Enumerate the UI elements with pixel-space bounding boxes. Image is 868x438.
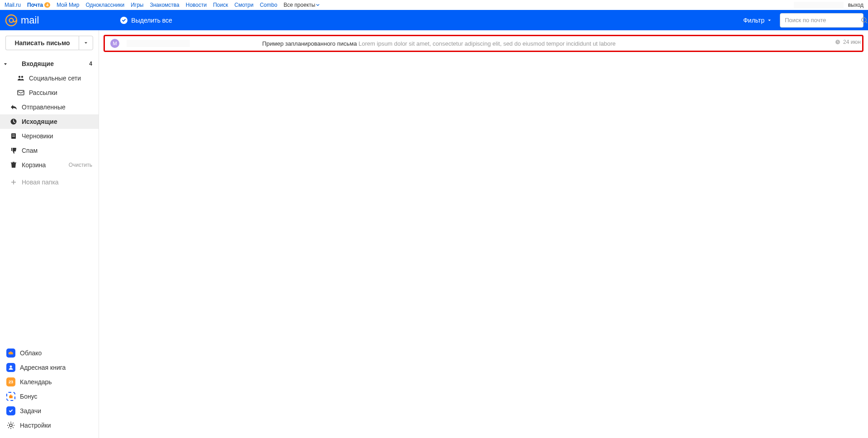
topnav-link-games[interactable]: Игры bbox=[131, 2, 143, 8]
link-bonus[interactable]: Бонус bbox=[0, 389, 99, 404]
chevron-down-icon bbox=[767, 18, 772, 23]
topnav-link-ok[interactable]: Одноклассники bbox=[85, 2, 124, 8]
search-input[interactable] bbox=[785, 17, 861, 24]
svg-point-4 bbox=[19, 76, 20, 78]
svg-rect-11 bbox=[11, 163, 16, 164]
topnav-links: Mail.ru Почта 4 Мой Мир Одноклассники Иг… bbox=[5, 2, 320, 8]
folder-sent[interactable]: Отправленные bbox=[0, 100, 99, 114]
logo-text: mail bbox=[21, 14, 39, 26]
topnav-user: выход bbox=[794, 2, 863, 8]
mail-row-highlighted[interactable]: М Пример запланированного письма Lorem i… bbox=[104, 35, 863, 52]
link-cloud[interactable]: Облако bbox=[0, 346, 99, 360]
svg-rect-15 bbox=[10, 395, 11, 398]
draft-icon bbox=[10, 132, 17, 140]
cloud-icon bbox=[6, 349, 15, 358]
mail-subject: Пример запланированного письма bbox=[262, 40, 357, 47]
filter-button[interactable]: Фильтр bbox=[743, 17, 772, 24]
trash-icon bbox=[10, 161, 17, 169]
mail-header: mail Выделить все Фильтр bbox=[0, 10, 868, 30]
svg-line-3 bbox=[866, 22, 867, 23]
logout-link[interactable]: выход bbox=[848, 2, 863, 8]
mail-date: 24 июн bbox=[835, 39, 861, 45]
sender-avatar: М bbox=[110, 39, 119, 48]
svg-point-16 bbox=[9, 424, 12, 427]
folder-list: Входящие 4 Социальные сети Рассылки Отп bbox=[0, 57, 99, 342]
topnav-link-mailru[interactable]: Mail.ru bbox=[5, 2, 21, 8]
sidebar-bottom-links: Облако Адресная книга 23 Календарь Бонус bbox=[0, 342, 99, 438]
svg-rect-8 bbox=[11, 133, 16, 139]
link-settings[interactable]: Настройки bbox=[0, 418, 99, 433]
svg-point-2 bbox=[862, 18, 866, 22]
mail-text: Пример запланированного письма Lorem ips… bbox=[262, 40, 857, 47]
svg-point-7 bbox=[11, 119, 17, 125]
compose-dropdown-button[interactable] bbox=[79, 36, 93, 50]
link-contacts[interactable]: Адресная книга bbox=[0, 360, 99, 375]
contact-icon bbox=[6, 363, 15, 372]
svg-rect-12 bbox=[13, 162, 14, 163]
svg-point-5 bbox=[21, 76, 23, 78]
select-all-button[interactable]: Выделить все bbox=[120, 17, 172, 24]
clock-icon bbox=[835, 39, 840, 45]
clock-icon bbox=[10, 118, 17, 125]
tasks-icon bbox=[6, 406, 15, 415]
global-topnav: Mail.ru Почта 4 Мой Мир Одноклассники Иг… bbox=[0, 0, 868, 10]
compose-button[interactable]: Написать письмо bbox=[5, 36, 79, 50]
chevron-down-icon bbox=[316, 3, 320, 7]
topnav-link-dating[interactable]: Знакомства bbox=[150, 2, 179, 8]
thumbs-down-icon bbox=[10, 147, 17, 154]
folder-newsletters[interactable]: Рассылки bbox=[0, 85, 99, 100]
folder-outbox[interactable]: Исходящие bbox=[0, 114, 99, 129]
link-calendar[interactable]: 23 Календарь bbox=[0, 375, 99, 389]
svg-rect-14 bbox=[9, 396, 13, 398]
folder-drafts[interactable]: Черновики bbox=[0, 129, 99, 143]
topnav-link-watch[interactable]: Смотри bbox=[234, 2, 253, 8]
people-icon bbox=[17, 75, 24, 82]
unread-badge: 4 bbox=[44, 2, 50, 8]
caret-down-icon bbox=[4, 60, 7, 67]
svg-point-1 bbox=[9, 18, 14, 22]
svg-rect-9 bbox=[12, 135, 15, 135]
plus-icon bbox=[10, 179, 17, 185]
svg-rect-10 bbox=[12, 136, 15, 137]
topnav-link-moimir[interactable]: Мой Мир bbox=[57, 2, 79, 8]
reply-icon bbox=[10, 104, 17, 111]
folder-spam[interactable]: Спам bbox=[0, 143, 99, 158]
newsletter-icon bbox=[17, 89, 24, 96]
topnav-link-news[interactable]: Новости bbox=[186, 2, 207, 8]
check-circle-icon bbox=[120, 17, 127, 24]
folder-trash[interactable]: Корзина Очистить bbox=[0, 158, 99, 172]
empty-trash-link[interactable]: Очистить bbox=[69, 162, 92, 168]
sender-name-redacted bbox=[127, 40, 190, 47]
topnav-link-projects[interactable]: Все проекты bbox=[283, 2, 320, 8]
svg-point-17 bbox=[835, 40, 840, 44]
svg-rect-6 bbox=[18, 90, 24, 95]
bonus-icon bbox=[6, 392, 15, 401]
main-layout: Написать письмо Входящие 4 Социальные се… bbox=[0, 30, 868, 438]
gear-icon bbox=[6, 421, 15, 430]
mail-preview: Lorem ipsum dolor sit amet, consectetur … bbox=[359, 40, 616, 47]
topnav-link-search[interactable]: Поиск bbox=[213, 2, 228, 8]
topnav-link-pochta[interactable]: Почта 4 bbox=[27, 2, 50, 8]
svg-point-13 bbox=[10, 366, 12, 368]
topnav-link-combo[interactable]: Combo bbox=[260, 2, 278, 8]
mail-logo[interactable]: mail bbox=[5, 14, 39, 27]
new-folder-button[interactable]: Новая папка bbox=[0, 172, 99, 189]
user-email-redacted[interactable] bbox=[794, 2, 844, 8]
inbox-count: 4 bbox=[89, 61, 92, 67]
folder-inbox[interactable]: Входящие 4 bbox=[0, 57, 99, 71]
sidebar: Написать письмо Входящие 4 Социальные се… bbox=[0, 30, 99, 438]
folder-social[interactable]: Социальные сети bbox=[0, 71, 99, 85]
search-icon bbox=[861, 17, 868, 24]
at-logo-icon bbox=[5, 14, 18, 27]
link-tasks[interactable]: Задачи bbox=[0, 404, 99, 418]
chevron-down-icon bbox=[84, 41, 88, 45]
svg-point-0 bbox=[6, 15, 17, 26]
calendar-icon: 23 bbox=[6, 377, 15, 386]
mail-list: М Пример запланированного письма Lorem i… bbox=[99, 30, 868, 438]
search-box[interactable] bbox=[780, 13, 863, 28]
